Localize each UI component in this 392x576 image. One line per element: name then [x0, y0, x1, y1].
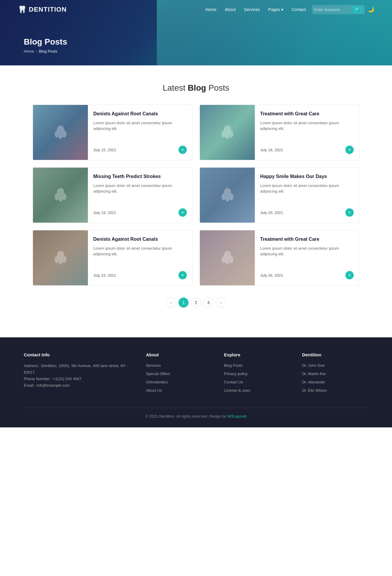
list-item: Privacy policy: [224, 371, 290, 376]
blog-card-excerpt: Lorem ipsum dolor sit amet consectetur i…: [260, 183, 354, 194]
footer-about-link[interactable]: Services: [146, 363, 161, 368]
footer-contact-info: Address : Dentition, 10001, 5th Avenue, …: [24, 363, 134, 389]
search-input[interactable]: [314, 7, 353, 12]
footer-dentition-link[interactable]: Dr. Alexander: [302, 380, 325, 384]
list-item: Services: [146, 363, 212, 368]
list-item: Dr. Alexander: [302, 379, 368, 385]
footer-dentition-link[interactable]: Dr. Eliz Wilson: [302, 388, 327, 393]
blog-card-title: Missing Teeth Predict Strokes: [93, 174, 187, 180]
blog-card-excerpt: Lorem ipsum dolor sit amet consectetur i…: [260, 120, 354, 132]
footer-about-col: About ServicesSpecial OffersOrthodontics…: [146, 352, 212, 396]
blog-card-body: Happy Smile Makes Our Days Lorem ipsum d…: [255, 168, 359, 223]
blog-card-excerpt: Lorem ipsum dolor sit amet consectetur i…: [93, 120, 187, 132]
heading-suffix: Posts: [206, 83, 229, 92]
blog-read-more-button[interactable]: +: [178, 146, 187, 154]
blog-image-placeholder: [200, 168, 255, 223]
copyright-text: © 2021 Dentition. All rights reserved. D…: [145, 414, 227, 418]
svg-point-13: [222, 193, 226, 200]
section-heading: Latest Blog Posts: [24, 83, 368, 93]
svg-point-19: [59, 259, 62, 265]
blog-date: July 15, 2021: [93, 148, 116, 152]
footer-email: Email : info@example.com: [24, 382, 134, 389]
nav-contact[interactable]: Contact: [292, 7, 306, 12]
blog-read-more-button[interactable]: +: [345, 208, 354, 217]
list-item: License & uses: [224, 388, 290, 393]
footer-about-title: About: [146, 352, 212, 357]
nav-services[interactable]: Services: [244, 7, 260, 12]
blog-card-image: [200, 230, 255, 285]
blog-card-body: Treatment with Great Care Lorem ipsum do…: [255, 230, 359, 285]
blog-read-more-button[interactable]: +: [345, 146, 354, 154]
blog-card-excerpt: Lorem ipsum dolor sit amet consectetur i…: [93, 245, 187, 257]
nav-about[interactable]: About: [225, 7, 236, 12]
svg-point-5: [222, 130, 226, 138]
footer-explore-link[interactable]: Privacy policy: [224, 372, 247, 376]
list-item: Dr. Martin Ker: [302, 371, 368, 376]
footer-bottom: © 2021 Dentition. All rights reserved. D…: [24, 414, 368, 418]
footer-explore-col: Explore Blog PostsPrivacy policyContact …: [224, 352, 290, 396]
page-title: Blog Posts: [24, 37, 67, 47]
blog-grid: Denists Against Root Canals Lorem ipsum …: [33, 105, 359, 286]
breadcrumb-home[interactable]: Home: [24, 49, 34, 53]
footer-about-link[interactable]: Orthodontics: [146, 380, 168, 384]
footer-about-link[interactable]: Special Offers: [146, 372, 170, 376]
blog-card-footer: July 23, 2021 +: [93, 271, 187, 279]
blog-card: Missing Teeth Predict Strokes Lorem ipsu…: [33, 167, 192, 223]
footer-about-links: ServicesSpecial OffersOrthodonticsAbout …: [146, 363, 212, 393]
footer-address: Address : Dentition, 10001, 5th Avenue, …: [24, 363, 134, 376]
nav-home[interactable]: Home: [205, 7, 216, 12]
blog-card-image: [33, 168, 88, 223]
page-button-2[interactable]: 2: [191, 298, 201, 308]
footer-divider: [24, 408, 368, 408]
page-button-1[interactable]: 1: [178, 298, 189, 308]
svg-point-11: [59, 196, 62, 202]
next-page-button[interactable]: ›: [216, 298, 226, 308]
blog-read-more-button[interactable]: +: [345, 271, 354, 279]
svg-point-3: [59, 133, 62, 139]
blog-image-placeholder: [33, 105, 88, 160]
breadcrumb-separator: ›: [36, 49, 37, 53]
blog-card-title: Denists Against Root Canals: [93, 111, 187, 117]
footer-grid: Contact Info Address : Dentition, 10001,…: [24, 352, 368, 396]
blog-read-more-button[interactable]: +: [178, 208, 187, 217]
footer-explore-links: Blog PostsPrivacy policyContact UsLicens…: [224, 363, 290, 393]
nav-pages[interactable]: Pages ▾: [268, 7, 283, 12]
footer-dentition-link[interactable]: Dr. Martin Ker: [302, 372, 326, 376]
search-button[interactable]: 🔍: [353, 6, 362, 13]
footer-dentition-link[interactable]: Dr. John Doe: [302, 363, 325, 368]
prev-page-button[interactable]: ‹: [166, 298, 176, 308]
pagination: ‹ 1 2 3 ›: [24, 298, 368, 308]
list-item: Dr. John Doe: [302, 363, 368, 368]
blog-card-title: Treatment with Great Care: [260, 111, 354, 117]
blog-card-body: Treatment with Great Care Lorem ipsum do…: [255, 105, 359, 160]
dark-mode-toggle[interactable]: 🌙: [368, 6, 374, 13]
blog-card-footer: July 19, 2021 +: [93, 208, 187, 217]
blog-card-body: Denists Against Root Canals Lorem ipsum …: [88, 230, 192, 285]
svg-point-23: [226, 259, 229, 265]
copyright-link[interactable]: W3Layouts: [227, 414, 247, 418]
blog-read-more-button[interactable]: +: [178, 271, 187, 279]
footer-explore-link[interactable]: Contact Us: [224, 380, 243, 384]
blog-card: Treatment with Great Care Lorem ipsum do…: [200, 230, 359, 286]
blog-card-footer: July 18, 2021 +: [260, 146, 354, 154]
svg-point-21: [222, 256, 226, 263]
svg-point-2: [62, 130, 67, 138]
list-item: Special Offers: [146, 371, 212, 376]
svg-point-22: [229, 256, 233, 263]
blog-date: July 23, 2021: [93, 273, 116, 278]
navbar: 🦷 DENTITION Home About Services Pages ▾ …: [0, 0, 392, 19]
footer-explore-link[interactable]: Blog Posts: [224, 363, 242, 368]
hero-content: Blog Posts Home › Blog Posts: [24, 37, 67, 53]
blog-card-excerpt: Lorem ipsum dolor sit amet consectetur i…: [260, 245, 354, 257]
main-content: Latest Blog Posts Denists Against Root C…: [0, 65, 392, 325]
footer-about-link[interactable]: About Us: [146, 388, 162, 393]
footer-dentition-title: Dentition: [302, 352, 368, 357]
footer: Contact Info Address : Dentition, 10001,…: [0, 337, 392, 427]
blog-date: July 19, 2021: [93, 210, 116, 215]
blog-card-image: [200, 168, 255, 223]
blog-card: Denists Against Root Canals Lorem ipsum …: [33, 105, 192, 160]
footer-explore-link[interactable]: License & uses: [224, 388, 250, 393]
footer-phone: Phone Number : +1(21) 234 4567: [24, 376, 134, 382]
brand-logo[interactable]: 🦷 DENTITION: [18, 5, 67, 14]
page-button-3[interactable]: 3: [203, 298, 214, 308]
